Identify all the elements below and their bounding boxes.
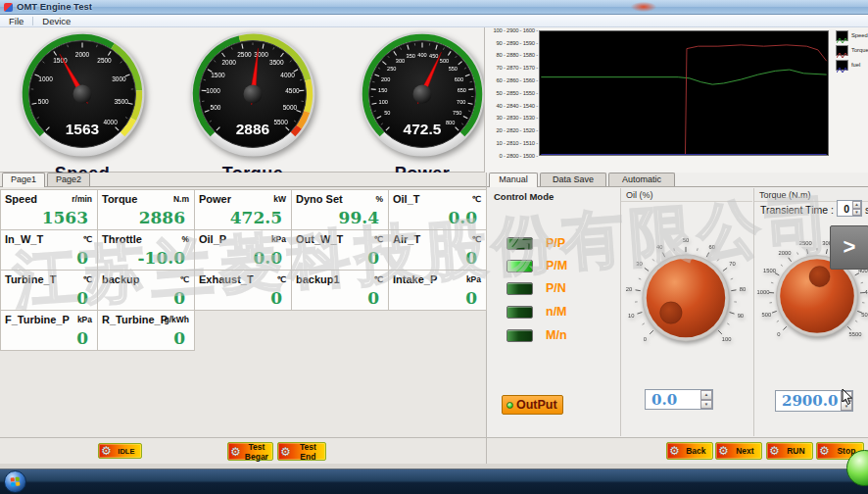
svg-text:3500: 3500 bbox=[114, 98, 128, 105]
cell-unit: kPa bbox=[77, 315, 92, 324]
menubar: FileDevice bbox=[0, 15, 868, 27]
cell-unit: kPa bbox=[271, 234, 286, 244]
expand-chevron-button[interactable]: > bbox=[830, 225, 868, 270]
test-end-button[interactable]: ⚙ Test End bbox=[277, 442, 326, 461]
start-button[interactable] bbox=[4, 470, 26, 493]
titlebar: OMT Engine Test bbox=[0, 0, 868, 15]
svg-text:1000: 1000 bbox=[757, 289, 770, 295]
mode-label-m-n: M/n bbox=[546, 328, 567, 342]
svg-text:500: 500 bbox=[440, 58, 449, 64]
cell-label: Turbine_T bbox=[5, 273, 56, 285]
svg-text:0: 0 bbox=[777, 331, 780, 337]
mode-led-n-m[interactable] bbox=[506, 306, 533, 319]
svg-text:3500: 3500 bbox=[269, 59, 284, 66]
svg-text:2500: 2500 bbox=[799, 240, 812, 246]
cell-unit: kW bbox=[273, 194, 286, 204]
tab-manual[interactable]: Manual bbox=[489, 173, 538, 187]
trend-chart-plot bbox=[539, 30, 829, 156]
gear-icon: ⚙ bbox=[718, 444, 729, 458]
cell-label: F_Turbine_P bbox=[5, 314, 70, 325]
cell-unit: ℃ bbox=[471, 234, 481, 244]
idle-button[interactable]: ⚙ IDLE bbox=[98, 443, 142, 459]
mode-led-m-n[interactable] bbox=[506, 329, 533, 342]
svg-text:2500: 2500 bbox=[237, 51, 252, 58]
svg-text:5500: 5500 bbox=[849, 331, 862, 337]
next-button[interactable]: ⚙ Next bbox=[715, 442, 762, 460]
cell-label: Power bbox=[199, 193, 231, 205]
cell-unit: ℃ bbox=[82, 274, 92, 284]
svg-text:550: 550 bbox=[449, 66, 458, 72]
run-button[interactable]: ⚙ RUN bbox=[766, 442, 813, 460]
cell-value: 0 bbox=[76, 328, 88, 348]
svg-text:500: 500 bbox=[38, 98, 49, 105]
svg-text:1000: 1000 bbox=[206, 87, 220, 94]
cell-unit: ℃ bbox=[82, 234, 92, 244]
cell-label: R_Turbine_P bbox=[102, 314, 168, 325]
mode-led-p-m[interactable] bbox=[506, 260, 533, 272]
transient-spinner-up-icon[interactable]: ▲ bbox=[852, 201, 861, 209]
cell-unit: ℃ bbox=[276, 274, 286, 284]
table-cell-in_w_t: In_W_T℃0 bbox=[0, 229, 98, 271]
legend-speed: Speed bbox=[836, 28, 868, 42]
cell-label: Oil_P bbox=[199, 233, 226, 245]
oil-knob-panel: Oil (%) 0102030405060708090100 0.0 ▲ ▼ bbox=[620, 188, 752, 436]
svg-text:4500: 4500 bbox=[285, 87, 300, 94]
cell-value: 0 bbox=[173, 288, 185, 308]
cell-value: 0.0 bbox=[448, 208, 477, 227]
menu-item-file[interactable]: File bbox=[0, 15, 32, 27]
output-button[interactable]: OutPut bbox=[502, 395, 563, 415]
tab-page1[interactable]: Page1 bbox=[2, 173, 45, 187]
table-cell-throttle: Throttle%-10.0 bbox=[97, 229, 195, 271]
mode-led-p-n[interactable] bbox=[506, 282, 533, 295]
svg-text:400: 400 bbox=[417, 52, 426, 58]
tab-page2[interactable]: Page2 bbox=[47, 173, 90, 186]
control-panel: ManualData SaveAutomatic Control Mode P/… bbox=[487, 173, 868, 437]
gear-icon: ⚙ bbox=[101, 444, 112, 458]
tab-data-save[interactable]: Data Save bbox=[540, 173, 606, 186]
back-button[interactable]: ⚙ Back bbox=[666, 442, 713, 460]
cell-unit: N.m bbox=[173, 194, 189, 204]
transient-spinner-down-icon[interactable]: ▼ bbox=[852, 209, 861, 217]
cell-label: Throttle bbox=[102, 233, 142, 245]
cell-value: 99.4 bbox=[339, 208, 379, 227]
svg-text:1563: 1563 bbox=[66, 121, 100, 137]
control-mode-label: Control Mode bbox=[494, 191, 554, 202]
svg-text:5000: 5000 bbox=[861, 312, 868, 318]
cell-label: Exhaust_T bbox=[199, 273, 254, 285]
svg-text:3000: 3000 bbox=[254, 51, 268, 58]
svg-text:800: 800 bbox=[446, 120, 455, 125]
window-close-button[interactable] bbox=[631, 2, 656, 12]
oil-spinner-up-icon[interactable]: ▲ bbox=[700, 390, 712, 400]
trend-chart-panel: 100 - 2900 - 1600 -90 - 2890 - 1590 -80 … bbox=[484, 27, 868, 173]
svg-text:80: 80 bbox=[740, 286, 746, 292]
cell-value: 1563 bbox=[42, 208, 88, 227]
svg-text:700: 700 bbox=[457, 99, 465, 105]
menu-item-device[interactable]: Device bbox=[33, 15, 79, 27]
cell-label: In_W_T bbox=[5, 233, 43, 245]
transient-time-input[interactable]: 0 ▲ ▼ bbox=[837, 200, 862, 217]
svg-text:1500: 1500 bbox=[211, 72, 225, 78]
oil-value-input[interactable]: 0.0 ▲ ▼ bbox=[645, 389, 713, 410]
tab-automatic[interactable]: Automatic bbox=[608, 173, 675, 186]
oil-knob[interactable]: 0102030405060708090100 bbox=[621, 233, 750, 363]
gear-icon: ⚙ bbox=[819, 444, 830, 458]
svg-text:1500: 1500 bbox=[763, 268, 776, 273]
svg-text:30: 30 bbox=[636, 261, 642, 267]
app-icon bbox=[4, 3, 13, 12]
test-begin-button[interactable]: ⚙ Test Begar bbox=[227, 442, 273, 461]
table-cell-oil_t: Oil_T℃0.0 bbox=[388, 189, 487, 230]
svg-text:4000: 4000 bbox=[103, 119, 118, 125]
power-gauge: 5010015020025030035040045050055060065070… bbox=[357, 28, 488, 184]
svg-text:350: 350 bbox=[407, 53, 415, 59]
cell-unit: ℃ bbox=[471, 194, 481, 204]
svg-text:70: 70 bbox=[729, 261, 735, 267]
oil-spinner-down-icon[interactable]: ▼ bbox=[700, 400, 712, 410]
cell-unit: ℃ bbox=[179, 274, 189, 284]
transient-time-label: Transient Time : bbox=[760, 204, 834, 216]
cell-value: 0 bbox=[367, 288, 379, 308]
table-cell-oil_p: Oil_PkPa0.0 bbox=[194, 229, 292, 271]
mode-led-p-p[interactable] bbox=[506, 237, 533, 250]
cell-label: backup1 bbox=[296, 273, 340, 285]
svg-text:650: 650 bbox=[458, 87, 466, 93]
oil-panel-title: Oil (%) bbox=[621, 188, 752, 202]
